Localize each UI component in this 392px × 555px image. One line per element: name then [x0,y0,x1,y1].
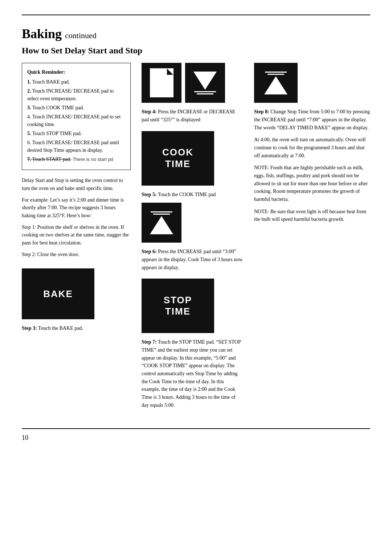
title-text: Baking [22,27,62,41]
note1-text: NOTE: Foods that are highly perishable s… [254,164,370,203]
left-para-step2: Step 2: Close the oven door. [22,251,131,259]
step5-caption: Step 5: Touch the COOK TIME pad [142,191,243,199]
cook-time-label: COOKTIME [162,147,193,169]
step7-caption: Step 7: Touch the STOP TIME pad. “SET ST… [142,338,243,409]
right-column: Step 8: Change Stop Time from 5:00 to 7:… [254,63,370,413]
qr-step-7: 7. Touch START pad. There is no start pd [27,155,125,163]
qr-step-3: 3. Touch COOK TIME pad. [27,104,125,112]
right-up-triangle [264,76,287,94]
left-para-step1: Step 1: Position the shelf or shelves in… [22,223,131,247]
tri-line-1 [194,91,216,92]
up-tri-lines [151,211,172,215]
quick-reminder-box: Quick Reminder: 1. Touch BAKE pad. 2. To… [22,63,131,170]
increase-icon-box [142,203,181,243]
bake-button: BAKE [22,268,94,319]
document-icon-box [142,63,181,103]
qr-step-4: 4. Touch INCREASE/ DECREASE pad to set c… [27,113,125,128]
note2-text: NOTE: Be sure that oven light is off bec… [254,208,370,223]
content-area: Quick Reminder: 1. Touch BAKE pad. 2. To… [22,63,370,413]
right-up-tri-line-2 [268,74,284,75]
title-suffix: continued [65,31,97,40]
qr-step-1: 1. Touch BAKE pad. [27,78,125,86]
decrease-icon-box [185,63,225,103]
right-increase-icon-box [254,63,298,103]
down-triangle [193,72,217,90]
step8-caption: Step 8: Change Stop Time from 5:00 to 7:… [254,108,370,131]
bake-label: BAKE [43,288,73,300]
up-triangle [150,216,173,234]
right-up-tri-lines [265,72,287,75]
stop-time-label: STOPTIME [164,295,192,317]
increase-icon [150,211,173,234]
tri-lines [194,91,216,94]
left-column: Quick Reminder: 1. Touch BAKE pad. 2. To… [22,63,131,413]
qr-step-5: 5. Touch STOP TIME pad. [27,130,125,137]
decrease-icon [193,72,217,94]
right-increase-icon [264,72,287,94]
step3-caption: Step 3: Touch the BAKE pad. [22,324,131,332]
step4-caption: Step 4: Press the INCREASE or DECREASE p… [142,108,243,123]
left-para-1: Delay Start and Stop is setting the oven… [22,177,131,192]
cook-time-button: COOKTIME [142,131,214,186]
step6-caption: Step 6: Press the INCREASE pad until “3:… [142,248,243,271]
document-icon [150,68,173,97]
top-border [22,15,370,15]
quick-reminder-title: Quick Reminder: [27,68,125,76]
qr-step-6: 6. Touch INCREASE/ DECREASE pad until de… [27,139,125,154]
up-tri-line-2 [153,214,170,215]
at400-text: At 4:00, the oven will turn on automatic… [254,136,370,159]
middle-column: Step 4: Press the INCREASE or DECREASE p… [142,63,243,413]
page-number: 10 [22,434,370,442]
bottom-border [22,428,370,429]
qr-step-2: 2. Touch INCREASE/ DECREASE pad to selec… [27,87,125,102]
section-heading: How to Set Delay Start and Stop [22,45,370,56]
up-tri-line-1 [151,211,172,212]
right-up-tri-line-1 [265,72,287,73]
tri-line-2 [197,93,213,94]
section-heading-text: How to Set Delay Start and Stop [22,46,142,55]
left-para-2: For example: Let’s say it’s 2:00 and din… [22,196,131,220]
top-icons-row [142,63,243,103]
page: Baking continued How to Set Delay Start … [0,0,392,555]
page-title: Baking continued [22,26,370,41]
stop-time-button: STOPTIME [142,279,214,333]
